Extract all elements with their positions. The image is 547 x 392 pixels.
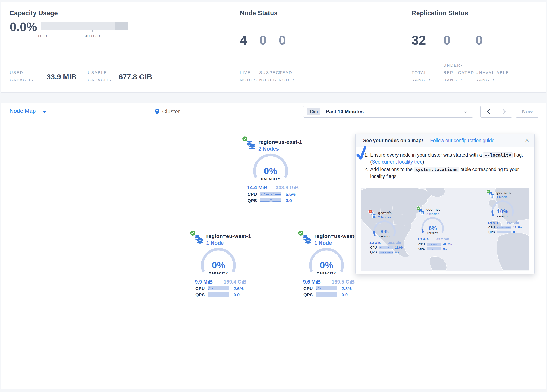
- node-map-canvas: region=us-east-1 2 Nodes 0% CAPACITY 14.…: [1, 120, 546, 389]
- unavailable-ranges-value: 0: [476, 34, 483, 47]
- total-capacity: 65.7 GiB: [437, 237, 449, 241]
- time-range-label: Past 10 Minutes: [326, 109, 363, 115]
- step-1: 1. Ensure every node in your cluster was…: [370, 151, 527, 165]
- cpu-value: 12.3%: [513, 226, 522, 229]
- locality-label: geo=sfo: [378, 211, 392, 215]
- geo-card-nyc[interactable]: geo=nyc 2 Nodes 6% CAPACITY 3.7 GiB 65.7…: [416, 206, 454, 251]
- qps-metric-row: QPS 0.0: [195, 292, 248, 297]
- cpu-sparkline: [497, 226, 511, 229]
- chevron-down-icon: [43, 111, 47, 113]
- replication-status-title: Replication Status: [411, 9, 468, 17]
- time-range-selector[interactable]: 10m Past 10 Minutes: [303, 106, 473, 118]
- used-capacity: 9.6 MiB: [303, 279, 321, 285]
- cpu-metric-row: CPU 5.5%: [247, 192, 300, 197]
- capacity-gauge: 10% CAPACITY: [490, 200, 516, 221]
- nodes-count-link[interactable]: 1 Node: [206, 240, 224, 246]
- qps-metric-row: QPS 0.0: [418, 247, 452, 250]
- total-capacity: 34.4 GiB: [506, 221, 519, 225]
- cpu-label: CPU: [247, 192, 257, 197]
- time-back-button[interactable]: [481, 106, 496, 117]
- total-capacity: 338.9 GiB: [276, 185, 299, 191]
- qps-label: QPS: [303, 292, 313, 297]
- popup-steps: 1. Ensure every node in your cluster was…: [370, 151, 527, 180]
- capacity-gauge: 6% CAPACITY: [420, 217, 446, 238]
- cpu-label: CPU: [418, 242, 425, 246]
- qps-value: 4.7: [395, 250, 399, 254]
- unavailable-ranges-label: UNAVAILABLERANGES: [476, 69, 509, 83]
- cpu-metric-row: CPU 42.5%: [418, 242, 452, 246]
- qps-metric-row: QPS 0.0: [488, 230, 522, 234]
- geo-card-ams[interactable]: geo=ams 1 Node 10% CAPACITY 3.6 GiB 34.4…: [486, 189, 524, 234]
- axis-tick: [42, 30, 42, 33]
- capacity-bar: [41, 22, 128, 29]
- region-card-us-west-1[interactable]: region=us-west-1 1 Node 0% CAPACITY 9.6 …: [297, 230, 358, 299]
- qps-sparkline: [379, 251, 393, 254]
- qps-label: QPS: [195, 292, 205, 297]
- region-card-us-east-1[interactable]: region=us-east-1 2 Nodes 0% CAPACITY 14.…: [241, 136, 302, 205]
- cpu-metric-row: CPU 2.8%: [303, 286, 356, 291]
- view-selector-dropdown[interactable]: Node Map: [10, 108, 36, 114]
- time-forward-button[interactable]: [496, 106, 512, 117]
- nodes-count-link[interactable]: 2 Nodes: [258, 146, 279, 152]
- geo-card-sfo[interactable]: 1 geo=sfo 2 Nodes 9% CAPACITY 3.2 GiB 35…: [368, 209, 406, 254]
- svg-text:10%: 10%: [497, 208, 508, 215]
- svg-text:CAPACITY: CAPACITY: [379, 235, 390, 237]
- axis-tick-label-400: 400 GiB: [80, 34, 105, 39]
- cpu-value: 2.8%: [342, 286, 352, 291]
- now-button[interactable]: Now: [516, 106, 539, 118]
- qps-sparkline: [207, 292, 229, 296]
- cpu-label: CPU: [195, 286, 205, 291]
- capacity-bar-reserved-segment: [115, 22, 128, 29]
- region-card-eu-west-1[interactable]: region=eu-west-1 1 Node 0% CAPACITY 9.9 …: [189, 230, 250, 299]
- svg-text:6%: 6%: [429, 225, 437, 231]
- nodes-on-map-popup: See your nodes on a map! Follow our conf…: [356, 134, 535, 274]
- qps-label: QPS: [418, 247, 425, 250]
- chevron-down-icon: [464, 111, 468, 113]
- qps-metric-row: QPS 0.0: [247, 198, 300, 203]
- cpu-sparkline: [316, 286, 337, 290]
- cluster-summary-bar: Capacity Usage [data-name="capacity-usag…: [1, 2, 546, 93]
- svg-text:9%: 9%: [380, 228, 389, 235]
- qps-value: 0.0: [233, 292, 239, 297]
- under-replicated-value: 0: [443, 34, 451, 47]
- svg-text:0%: 0%: [320, 260, 333, 270]
- nodes-count-link[interactable]: 2 Nodes: [378, 215, 391, 219]
- close-icon[interactable]: ×: [525, 137, 529, 144]
- healthy-check-icon: [416, 206, 421, 210]
- total-capacity: 169.4 GiB: [224, 279, 246, 285]
- cpu-metric-row: CPU 2.6%: [195, 286, 248, 291]
- qps-metric-row: QPS 4.7: [370, 250, 404, 254]
- qps-sparkline: [427, 247, 441, 250]
- usable-capacity-label: USABLE CAPACITY: [88, 69, 112, 83]
- locality-flag-code: --locality: [483, 152, 513, 158]
- breadcrumb-label: Cluster: [162, 109, 180, 115]
- locality-label: geo=ams: [496, 191, 511, 195]
- used-capacity-value: 33.9 MiB: [47, 73, 76, 81]
- cpu-metric-row: CPU 11.0%: [370, 246, 404, 249]
- map-toolbar: Node Map Cluster 10m Past 10 Minutes Now: [1, 103, 546, 120]
- warning-count-icon: 1: [368, 209, 373, 214]
- svg-text:CAPACITY: CAPACITY: [261, 177, 280, 181]
- cpu-sparkline: [379, 246, 393, 249]
- breadcrumb[interactable]: Cluster: [154, 106, 180, 117]
- under-replicated-label: UNDER-REPLICATEDRANGES: [443, 62, 474, 83]
- live-nodes-value: 4: [240, 34, 247, 47]
- configuration-guide-link[interactable]: Follow our configuration guide: [430, 134, 494, 147]
- svg-text:0%: 0%: [212, 260, 225, 270]
- chevron-right-icon: [503, 109, 506, 115]
- qps-value: 0.0: [513, 230, 517, 234]
- locality-label: region=us-west-1: [314, 233, 359, 239]
- capacity-gauge: 0% CAPACITY: [198, 248, 239, 280]
- cpu-value: 42.5%: [443, 242, 452, 246]
- used-capacity: 3.2 GiB: [369, 241, 381, 245]
- qps-sparkline: [497, 231, 511, 234]
- locality-tree-link[interactable]: See current locality tree: [372, 159, 423, 165]
- nodes-count-link[interactable]: 1 Node: [496, 195, 507, 199]
- qps-sparkline: [260, 198, 281, 202]
- capacity-usage-title: Capacity Usage: [9, 9, 58, 17]
- capacity-gauge: 0% CAPACITY: [306, 248, 347, 280]
- cpu-label: CPU: [303, 286, 313, 291]
- locality-label: geo=nyc: [426, 207, 440, 212]
- nodes-count-link[interactable]: 2 Nodes: [426, 212, 439, 216]
- nodes-count-link[interactable]: 1 Node: [314, 240, 332, 246]
